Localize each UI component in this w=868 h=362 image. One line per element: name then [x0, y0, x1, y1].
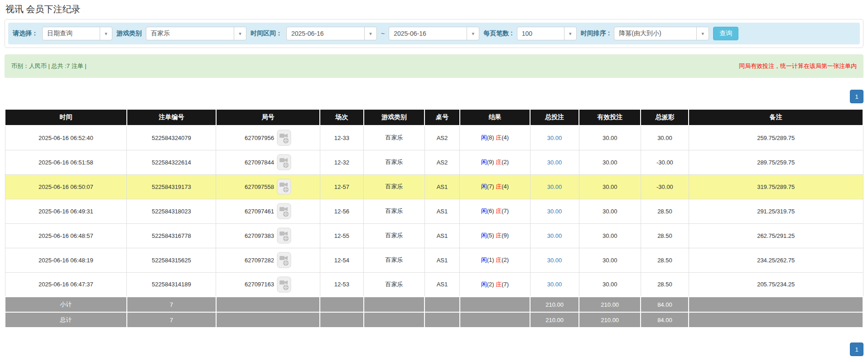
cell-round-number: 627097844 — [216, 150, 320, 174]
table-row[interactable]: 2025-06-16 06:49:31522584318023627097461… — [5, 199, 863, 223]
total-bet-link[interactable]: 30.00 — [547, 208, 562, 215]
subtotal-row-cell-1: 7 — [127, 297, 216, 312]
date-to-select[interactable]: 2025-06-16 ▾ — [389, 27, 479, 40]
query-type-select[interactable]: 日期查询 ▾ — [42, 27, 112, 40]
same-round-notice-text: 同局有效投注，统一计算在该局第一张注单内 — [739, 62, 857, 70]
search-button[interactable]: 查询 — [713, 27, 738, 40]
time-range-label: 时间区间： — [251, 29, 282, 38]
video-replay-icon[interactable] — [277, 179, 291, 195]
column-header-2: 局号 — [216, 109, 320, 125]
table-row[interactable]: 2025-06-16 06:47:37522584314189627097163… — [5, 272, 863, 297]
video-replay-icon[interactable] — [277, 227, 291, 244]
table-row[interactable]: 2025-06-16 06:52:40522584324079627097956… — [5, 125, 863, 150]
cell-session: 12-57 — [320, 174, 364, 199]
cell-game-type: 百家乐 — [364, 248, 424, 272]
cell-payout: 28.50 — [641, 272, 689, 297]
cell-time: 2025-06-16 06:51:58 — [5, 150, 127, 174]
betting-records-table: 时间注单编号局号场次游戏类别桌号结果总投注有效投注总派彩备注 2025-06-1… — [5, 109, 863, 328]
total-row-cell-7: 210.00 — [530, 312, 579, 328]
result-player-count: (1) — [487, 256, 496, 263]
cell-session: 12-53 — [320, 272, 364, 297]
total-row-cell-9: 84.00 — [641, 312, 689, 328]
cell-game-type: 百家乐 — [364, 125, 424, 150]
subtotal-row-cell-10 — [689, 297, 863, 312]
cell-round-number: 627097558 — [216, 174, 320, 199]
total-bet-link[interactable]: 30.00 — [547, 159, 562, 166]
currency-total-text: 币别：人民币 | 总共 :7 注单 | — [11, 62, 87, 70]
video-replay-icon[interactable] — [277, 130, 291, 146]
chevron-down-icon: ▾ — [100, 27, 112, 40]
filter-panel: 请选择： 日期查询 ▾ 游戏类别 百家乐 ▾ 时间区间： 2025-06-16 … — [5, 19, 863, 48]
cell-round-number: 627097461 — [216, 199, 320, 223]
total-bet-link[interactable]: 30.00 — [547, 232, 562, 239]
cell-result: 闲(1) 庄(2) — [460, 248, 530, 272]
date-from-value: 2025-06-16 — [287, 30, 364, 37]
table-row[interactable]: 2025-06-16 06:48:19522584315625627097282… — [5, 248, 863, 272]
cell-total-bet: 30.00 — [530, 125, 579, 150]
page-size-value: 100 — [517, 30, 564, 37]
total-row-cell-10 — [689, 312, 863, 328]
cell-total-bet: 30.00 — [530, 272, 579, 297]
cell-payout: 28.50 — [641, 248, 689, 272]
cell-table-number: AS1 — [424, 199, 460, 223]
cell-session: 12-33 — [320, 125, 364, 150]
game-type-select[interactable]: 百家乐 ▾ — [146, 27, 246, 40]
result-player: 闲 — [481, 183, 487, 190]
cell-bet-number: 522584315625 — [127, 248, 216, 272]
video-replay-icon[interactable] — [277, 276, 291, 293]
result-banker-count: (7) — [502, 281, 509, 288]
pagination-bottom: 1 — [5, 343, 863, 356]
subtotal-row-cell-5 — [424, 297, 460, 312]
cell-time: 2025-06-16 06:50:07 — [5, 174, 127, 199]
cell-table-number: AS2 — [424, 125, 460, 150]
result-banker: 庄 — [496, 232, 502, 239]
total-bet-link[interactable]: 30.00 — [547, 257, 562, 264]
result-player-count: (2) — [487, 281, 496, 288]
total-bet-link[interactable]: 30.00 — [547, 183, 562, 190]
cell-result: 闲(2) 庄(7) — [460, 272, 530, 297]
subtotal-row-cell-8: 210.00 — [579, 297, 641, 312]
total-bet-link[interactable]: 30.00 — [547, 135, 562, 141]
video-replay-icon[interactable] — [277, 154, 291, 170]
page-1-button[interactable]: 1 — [850, 90, 863, 103]
column-header-9: 总派彩 — [641, 109, 689, 125]
cell-valid-bet: 30.00 — [579, 223, 641, 248]
result-player: 闲 — [481, 208, 487, 214]
sort-order-select[interactable]: 降冪(由大到小) ▾ — [614, 27, 709, 40]
sort-order-value: 降冪(由大到小) — [614, 29, 696, 38]
chevron-down-icon: ▾ — [364, 27, 376, 40]
select-type-label: 请选择： — [13, 29, 38, 38]
cell-total-bet: 30.00 — [530, 150, 579, 174]
cell-bet-number: 522584316778 — [127, 223, 216, 248]
round-number-text: 627097461 — [245, 208, 274, 215]
table-row[interactable]: 2025-06-16 06:50:07522584319173627097558… — [5, 174, 863, 199]
total-row-cell-1: 7 — [127, 312, 216, 328]
total-bet-link[interactable]: 30.00 — [547, 281, 562, 288]
round-number-text: 627097956 — [245, 135, 274, 141]
video-replay-icon[interactable] — [277, 252, 291, 268]
result-player: 闲 — [481, 134, 487, 141]
table-header: 时间注单编号局号场次游戏类别桌号结果总投注有效投注总派彩备注 — [5, 109, 863, 125]
cell-round-number: 627097163 — [216, 272, 320, 297]
date-from-select[interactable]: 2025-06-16 ▾ — [286, 27, 377, 40]
cell-payout: -30.00 — [641, 174, 689, 199]
cell-valid-bet: 30.00 — [579, 248, 641, 272]
column-header-1: 注单编号 — [127, 109, 216, 125]
round-number-text: 627097558 — [245, 183, 274, 190]
result-banker-count: (7) — [502, 208, 509, 214]
summary-bar: 币别：人民币 | 总共 :7 注单 | 同局有效投注，统一计算在该局第一张注单内 — [5, 54, 863, 78]
chevron-down-icon: ▾ — [696, 27, 709, 40]
total-row-cell-8: 210.00 — [579, 312, 641, 328]
table-row[interactable]: 2025-06-16 06:48:57522584316778627097383… — [5, 223, 863, 248]
result-banker: 庄 — [496, 208, 502, 214]
page-size-label: 每页笔数 : — [483, 29, 513, 38]
page-size-select[interactable]: 100 ▾ — [517, 27, 577, 40]
date-to-value: 2025-06-16 — [389, 30, 467, 37]
video-replay-icon[interactable] — [277, 203, 291, 219]
page-1-button[interactable]: 1 — [850, 343, 863, 356]
column-header-3: 场次 — [320, 109, 364, 125]
result-banker: 庄 — [496, 281, 502, 288]
cell-total-bet: 30.00 — [530, 174, 579, 199]
table-row[interactable]: 2025-06-16 06:51:58522584322614627097844… — [5, 150, 863, 174]
query-type-value: 日期查询 — [43, 29, 100, 38]
